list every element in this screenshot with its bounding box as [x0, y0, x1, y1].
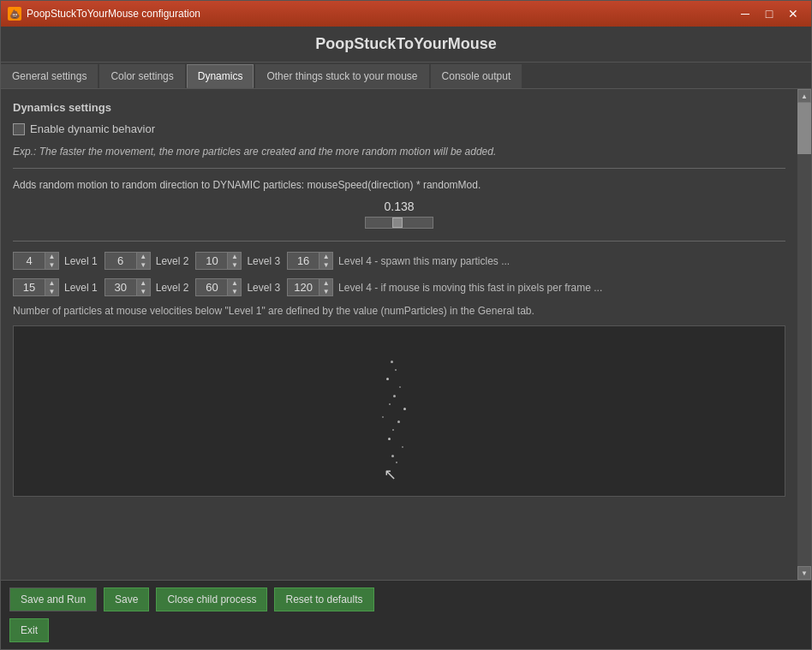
vel-level3-up[interactable]: ▲	[227, 279, 241, 288]
particle-2	[395, 369, 397, 371]
spawn-level2-down[interactable]: ▼	[136, 261, 150, 270]
spawn-level2-value: 6	[105, 253, 136, 269]
vel-level4-group: 120 ▲ ▼ Level 4 - if mouse is moving thi…	[287, 278, 602, 296]
spawn-level4-value: 16	[288, 253, 319, 269]
tab-color[interactable]: Color settings	[99, 64, 184, 88]
particle-5	[393, 395, 396, 397]
vel-level2-up[interactable]: ▲	[136, 279, 150, 288]
vel-level3-label: Level 3	[247, 282, 280, 294]
enable-dynamic-label: Enable dynamic behavior	[30, 122, 155, 135]
enable-dynamic-checkbox[interactable]	[13, 123, 25, 135]
section-header: Dynamics settings	[13, 101, 785, 114]
save-button[interactable]: Save	[104, 587, 149, 611]
spawn-level2-up[interactable]: ▲	[136, 253, 150, 261]
close-child-button[interactable]: Close child process	[156, 587, 267, 611]
vel-level2-value: 30	[105, 279, 136, 295]
vel-level2-down[interactable]: ▼	[136, 288, 150, 296]
scroll-down-button[interactable]: ▼	[797, 566, 811, 580]
vel-level1-up[interactable]: ▲	[45, 279, 58, 288]
vel-level4-up[interactable]: ▲	[319, 279, 332, 288]
vel-level1-down[interactable]: ▼	[45, 288, 58, 296]
maximize-button[interactable]: □	[758, 5, 780, 22]
content-area: Dynamics settings Enable dynamic behavio…	[1, 89, 797, 580]
particle-7	[403, 408, 406, 410]
spawn-level3-value: 10	[196, 253, 227, 269]
save-and-run-button[interactable]: Save and Run	[9, 587, 97, 611]
app-icon: 💩	[8, 7, 21, 21]
vel-level3-value: 60	[196, 279, 227, 295]
spawn-level3-label: Level 3	[247, 255, 280, 267]
vel-level2-btns: ▲ ▼	[136, 279, 150, 295]
vel-level2-group: 30 ▲ ▼ Level 2	[104, 278, 189, 296]
reset-button[interactable]: Reset to defaults	[274, 587, 373, 611]
spawn-level4-down[interactable]: ▼	[319, 261, 332, 270]
slider-thumb	[392, 218, 403, 228]
separator-1	[13, 168, 785, 169]
particle-4	[399, 386, 401, 388]
vel-level1-label: Level 1	[64, 282, 98, 294]
spawn-level4-btns: ▲ ▼	[319, 253, 332, 269]
main-window: 💩 PoopStuckToYourMouse configuration ─ □…	[0, 0, 812, 650]
vel-level3-btns: ▲ ▼	[227, 279, 241, 295]
spawn-level3-down[interactable]: ▼	[227, 261, 241, 270]
spawn-level3-group: 10 ▲ ▼ Level 3	[195, 252, 280, 270]
spawn-level2-label: Level 2	[156, 255, 189, 267]
spawn-level1-btns: ▲ ▼	[45, 253, 58, 269]
tab-general[interactable]: General settings	[1, 64, 98, 88]
scrollbar-track[interactable]	[797, 103, 811, 566]
random-motion-text: Adds random motion to random direction t…	[13, 179, 785, 191]
vel-level4-desc: Level 4 - if mouse is moving this fast i…	[338, 282, 602, 294]
vel-level1-value: 15	[14, 279, 45, 295]
title-bar-text: PoopStuckToYourMouse configuration	[27, 8, 734, 20]
close-button[interactable]: ✕	[782, 5, 804, 22]
app-title: PoopStuckToYourMouse	[1, 27, 811, 63]
spawn-level2-group: 6 ▲ ▼ Level 2	[104, 252, 189, 270]
vel-level1-btns: ▲ ▼	[45, 279, 58, 295]
particles-info: Number of particles at mouse velocities …	[13, 305, 785, 317]
particle-14	[396, 462, 397, 463]
spawn-level1-label: Level 1	[64, 255, 98, 267]
vel-level3-group: 60 ▲ ▼ Level 3	[195, 278, 280, 296]
minimize-button[interactable]: ─	[734, 5, 756, 22]
scrollbar-thumb	[797, 103, 811, 154]
particle-3	[386, 378, 389, 380]
cursor-indicator: ↖	[384, 465, 397, 484]
particle-11	[388, 438, 391, 440]
tabs-row: General settings Color settings Dynamics…	[1, 63, 811, 89]
spawn-level4-group: 16 ▲ ▼ Level 4 - spawn this many particl…	[287, 252, 510, 270]
vel-level2-label: Level 2	[156, 282, 189, 294]
vel-level4-value: 120	[288, 279, 319, 295]
velocity-levels-row: 15 ▲ ▼ Level 1 30 ▲ ▼	[13, 278, 785, 296]
title-bar: 💩 PoopStuckToYourMouse configuration ─ □…	[1, 1, 811, 27]
vel-level3-down[interactable]: ▼	[227, 288, 241, 296]
spawn-level1-down[interactable]: ▼	[45, 261, 58, 270]
slider-value: 0.138	[13, 200, 785, 213]
particle-6	[389, 403, 391, 405]
spawn-levels-row: 4 ▲ ▼ Level 1 6 ▲ ▼	[13, 252, 785, 270]
tab-console[interactable]: Console output	[431, 64, 522, 88]
title-bar-controls: ─ □ ✕	[734, 5, 804, 22]
main-content: Dynamics settings Enable dynamic behavio…	[1, 89, 811, 580]
spawn-level4-desc: Level 4 - spawn this many particles ...	[338, 255, 510, 267]
tab-dynamics[interactable]: Dynamics	[187, 64, 254, 88]
tab-other[interactable]: Other things stuck to your mouse	[255, 64, 428, 88]
particle-1	[391, 361, 393, 363]
second-row-btns: Exit	[9, 618, 803, 642]
particle-10	[392, 429, 394, 431]
spawn-level4-up[interactable]: ▲	[319, 253, 332, 261]
spawn-level3-up[interactable]: ▲	[227, 253, 241, 261]
particle-12	[402, 446, 403, 448]
vel-level1-group: 15 ▲ ▼ Level 1	[13, 278, 98, 296]
scroll-up-button[interactable]: ▲	[797, 89, 811, 103]
exit-button[interactable]: Exit	[9, 618, 49, 642]
preview-area: ↖	[13, 325, 785, 497]
vel-level4-down[interactable]: ▼	[319, 288, 332, 296]
random-mod-slider[interactable]	[365, 217, 433, 229]
spawn-level4-spinner: 16 ▲ ▼	[287, 252, 333, 270]
vel-level1-spinner: 15 ▲ ▼	[13, 278, 59, 296]
vel-level4-btns: ▲ ▼	[319, 279, 332, 295]
spawn-level1-spinner: 4 ▲ ▼	[13, 252, 59, 270]
vel-level4-spinner: 120 ▲ ▼	[287, 278, 333, 296]
spawn-level1-up[interactable]: ▲	[45, 253, 58, 261]
spawn-level2-btns: ▲ ▼	[136, 253, 150, 269]
